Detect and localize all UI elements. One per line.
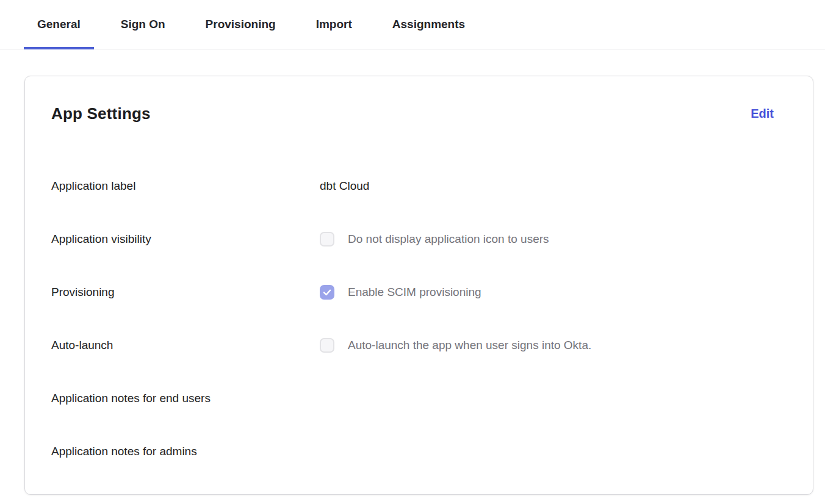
setting-row-notes-admins: Application notes for admins (51, 425, 774, 478)
setting-label: Application notes for end users (51, 392, 320, 405)
tab-provisioning-label: Provisioning (206, 18, 276, 31)
settings-rows: Application label dbt Cloud Application … (51, 159, 774, 478)
setting-label: Application notes for admins (51, 445, 320, 458)
setting-label: Application label (51, 179, 320, 193)
card-header: App Settings Edit (51, 104, 774, 123)
app-tab-bar: General Sign On Provisioning Import Assi… (0, 0, 825, 49)
setting-label: Auto-launch (51, 339, 320, 352)
tab-general-label: General (37, 18, 81, 31)
application-label-value: dbt Cloud (320, 179, 369, 193)
provisioning-checkbox-group: Enable SCIM provisioning (320, 285, 481, 300)
tab-import-label: Import (316, 18, 352, 31)
checkbox-caption: Enable SCIM provisioning (348, 286, 481, 299)
auto-launch-checkbox (320, 338, 334, 353)
app-settings-card: App Settings Edit Application label dbt … (24, 76, 813, 495)
tab-general[interactable]: General (24, 0, 94, 49)
application-visibility-checkbox-group: Do not display application icon to users (320, 232, 549, 247)
check-icon (322, 287, 332, 297)
tab-import[interactable]: Import (303, 0, 366, 49)
setting-row-auto-launch: Auto-launch Auto-launch the app when use… (51, 319, 774, 372)
auto-launch-checkbox-group: Auto-launch the app when user signs into… (320, 338, 591, 353)
tab-provisioning[interactable]: Provisioning (192, 0, 289, 49)
checkbox-caption: Auto-launch the app when user signs into… (348, 339, 591, 352)
tab-sign-on[interactable]: Sign On (107, 0, 179, 49)
tab-assignments[interactable]: Assignments (379, 0, 478, 49)
setting-row-provisioning: Provisioning Enable SCIM provisioning (51, 265, 774, 319)
edit-button[interactable]: Edit (751, 104, 774, 123)
setting-label: Provisioning (51, 286, 320, 299)
setting-row-application-label: Application label dbt Cloud (51, 159, 774, 212)
setting-row-application-visibility: Application visibility Do not display ap… (51, 212, 774, 265)
tab-sign-on-label: Sign On (121, 18, 165, 31)
setting-row-notes-end-users: Application notes for end users (51, 372, 774, 425)
tab-assignments-label: Assignments (392, 18, 465, 31)
checkbox-caption: Do not display application icon to users (348, 232, 549, 246)
provisioning-checkbox (320, 285, 334, 300)
page-title: App Settings (51, 104, 151, 123)
application-visibility-checkbox (320, 232, 334, 247)
setting-label: Application visibility (51, 232, 320, 246)
